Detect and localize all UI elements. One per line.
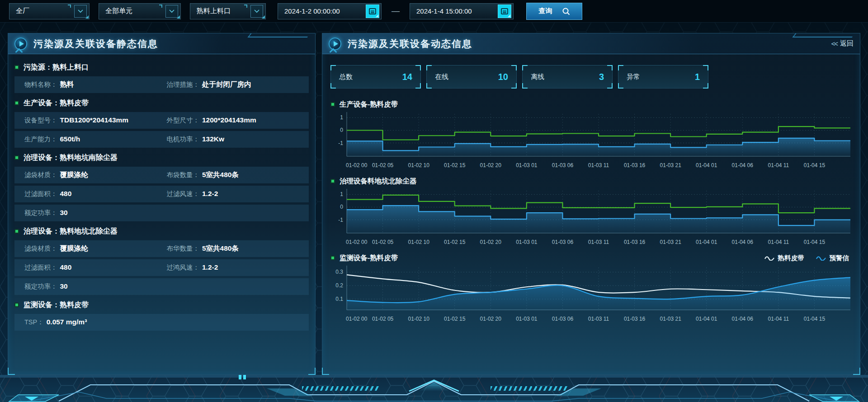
- panel-corner: [8, 368, 15, 375]
- corner-bracket: [607, 65, 613, 70]
- info-row: 物料名称：熟料治理措施：处于封闭厂房内: [14, 76, 309, 93]
- chart-title-row: 治理设备料地坑北除尘器: [329, 175, 854, 187]
- info-cell: 电机功率：132Kw: [167, 135, 309, 144]
- info-value: 30: [60, 282, 68, 290]
- info-label: 过滤面积：: [24, 190, 57, 198]
- svg-text:01-04 06: 01-04 06: [732, 162, 754, 168]
- info-cell: 滤袋材质：覆膜涤纶: [24, 170, 167, 180]
- stat-box-1[interactable]: 在线10: [426, 65, 517, 89]
- stat-value: 10: [498, 72, 508, 82]
- date-to-input[interactable]: [416, 7, 494, 15]
- stat-label: 在线: [435, 73, 448, 81]
- chart-legend: 熟料皮带预警信: [764, 254, 854, 262]
- svg-text:0.1: 0.1: [335, 296, 343, 302]
- static-info-panel: 污染源及关联设备静态信息 污染源：熟料上料口物料名称：熟料治理措施：处于封闭厂房…: [8, 33, 316, 375]
- chart-canvas: 0.30.20.101-02 0001-02 0501-02 1001-02 1…: [329, 264, 853, 324]
- stat-box-3[interactable]: 异常1: [618, 65, 708, 89]
- info-label: 布袋数量：: [167, 171, 200, 179]
- svg-text:01-04 15: 01-04 15: [804, 162, 826, 168]
- svg-text:01-04 15: 01-04 15: [804, 239, 826, 245]
- svg-text:01-04 06: 01-04 06: [732, 316, 754, 322]
- svg-text:0.2: 0.2: [335, 282, 343, 289]
- chart-title: 治理设备料地坑北除尘器: [340, 177, 417, 186]
- info-label: 额定功率：: [24, 282, 57, 291]
- info-section-header: 生产设备：熟料皮带: [14, 95, 309, 111]
- date-from-picker[interactable]: [278, 3, 382, 19]
- svg-text:01-03 21: 01-03 21: [660, 162, 681, 168]
- svg-text:01-02 00: 01-02 00: [346, 316, 368, 322]
- query-button-label: 查询: [539, 7, 552, 15]
- double-chevron-left-icon: <<: [831, 40, 837, 47]
- info-section-title: 生产设备：熟料皮带: [24, 98, 89, 108]
- static-info-panel-title: 污染源及关联设备静态信息: [33, 37, 158, 50]
- calendar-icon[interactable]: [366, 5, 379, 18]
- info-value: 650t/h: [60, 135, 80, 143]
- svg-text:01-02 05: 01-02 05: [372, 316, 394, 322]
- svg-text:01-02 05: 01-02 05: [372, 239, 394, 245]
- calendar-icon[interactable]: [498, 5, 511, 18]
- back-button[interactable]: << 返回: [831, 39, 854, 48]
- legend-item[interactable]: 熟料皮带: [764, 254, 804, 262]
- svg-text:0: 0: [340, 204, 343, 210]
- chart-title-row: 监测设备-熟料皮带熟料皮带预警信: [329, 252, 854, 264]
- green-square-icon: [330, 256, 335, 260]
- charts-area: 生产设备-熟料皮带10-101-02 0001-02 0501-02 1001-…: [322, 93, 860, 324]
- info-section-header: 治理设备：熟料地坑南除尘器: [14, 150, 309, 165]
- info-cell: 过鸿风速：1.2-2: [167, 263, 309, 272]
- info-label: 物料名称：: [24, 80, 57, 89]
- svg-text:01-03 11: 01-03 11: [588, 162, 609, 168]
- info-section-title: 污染源：熟料上料口: [24, 63, 89, 72]
- panel-corner: [308, 368, 316, 375]
- stat-box-0[interactable]: 总数14: [330, 65, 421, 89]
- corner-bracket: [607, 83, 613, 89]
- svg-text:0: 0: [340, 127, 343, 133]
- svg-text:01-04 15: 01-04 15: [804, 316, 826, 322]
- stat-value: 3: [599, 72, 604, 82]
- pollution-point-select[interactable]: 熟料上料口: [190, 3, 266, 19]
- green-square-icon: [14, 229, 19, 234]
- unit-select[interactable]: 全部单元: [99, 3, 181, 19]
- panel-corner: [853, 368, 860, 375]
- legend-item[interactable]: 预警信: [816, 254, 849, 262]
- info-value: 覆膜涤纶: [60, 244, 88, 253]
- svg-text:0.3: 0.3: [335, 269, 343, 275]
- chart-plot: 10-101-02 0001-02 0501-02 1001-02 1501-0…: [329, 187, 854, 248]
- footer-decoration: [0, 375, 868, 402]
- chart-canvas: 10-101-02 0001-02 0501-02 1001-02 1501-0…: [329, 187, 853, 248]
- info-value: 30: [60, 209, 68, 217]
- chevron-down-icon[interactable]: [74, 5, 87, 18]
- corner-bracket: [511, 83, 517, 89]
- stat-label: 离线: [531, 73, 544, 81]
- info-label: 滤袋材质：: [24, 244, 57, 253]
- stat-label: 异常: [627, 73, 640, 81]
- chevron-down-icon[interactable]: [165, 5, 178, 18]
- svg-text:01-02 05: 01-02 05: [372, 162, 394, 168]
- green-square-icon: [330, 179, 335, 183]
- info-value: 覆膜涤纶: [60, 170, 88, 180]
- static-info-panel-header: 污染源及关联设备静态信息: [8, 33, 315, 54]
- stat-box-2[interactable]: 离线3: [522, 65, 613, 89]
- static-info-list: 污染源：熟料上料口物料名称：熟料治理措施：处于封闭厂房内生产设备：熟料皮带设备型…: [8, 54, 315, 338]
- info-row: 额定功率：30: [14, 205, 309, 221]
- back-button-label: 返回: [840, 39, 854, 48]
- info-value: 132Kw: [202, 135, 224, 143]
- query-button[interactable]: 查询: [526, 3, 582, 20]
- corner-bracket: [415, 65, 421, 70]
- svg-text:01-03 11: 01-03 11: [588, 316, 609, 322]
- info-label: 电机功率：: [167, 135, 200, 144]
- info-row: 滤袋材质：覆膜涤纶布袋数量：5室共480条: [14, 167, 309, 183]
- chevron-down-icon[interactable]: [250, 5, 263, 18]
- info-section-header: 监测设备：熟料皮带: [14, 297, 309, 313]
- dynamic-info-panel-title: 污染源及关联设备动态信息: [348, 37, 472, 50]
- svg-text:01-04 11: 01-04 11: [768, 239, 789, 245]
- info-cell: TSP：0.057 mg/m³: [24, 318, 167, 327]
- plant-select[interactable]: 全厂: [9, 3, 90, 19]
- svg-text:01-03 21: 01-03 21: [660, 239, 681, 245]
- chart-title: 监测设备-熟料皮带: [340, 253, 398, 263]
- svg-text:01-02 15: 01-02 15: [444, 316, 466, 322]
- chart-monitoring-equipment: 监测设备-熟料皮带熟料皮带预警信0.30.20.101-02 0001-02 0…: [329, 252, 854, 324]
- corner-bracket: [618, 65, 623, 70]
- info-cell: 额定功率：30: [24, 282, 167, 291]
- date-from-input[interactable]: [284, 7, 362, 15]
- date-to-picker[interactable]: [410, 3, 514, 19]
